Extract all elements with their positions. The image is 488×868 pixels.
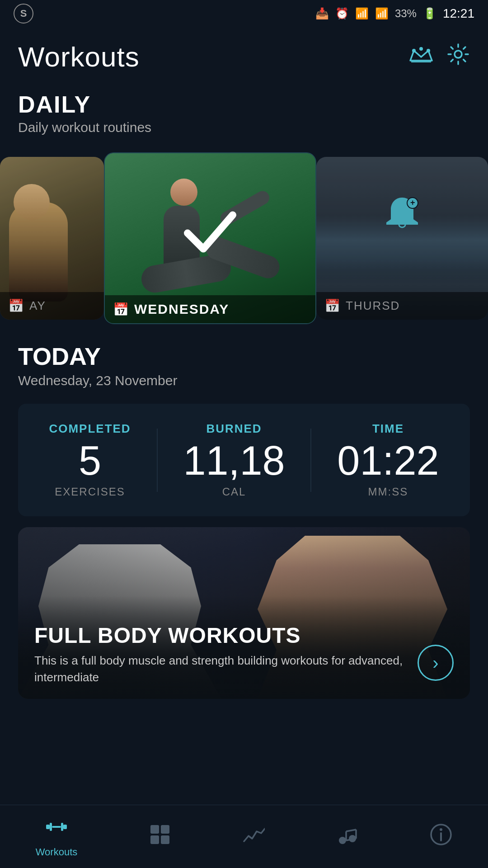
time-value: 01:22	[337, 440, 439, 481]
status-time: 12:21	[443, 6, 474, 21]
gear-icon[interactable]	[446, 42, 470, 71]
status-bar: S 📥 ⏰ 📶 📶 33% 🔋 12:21	[0, 0, 488, 27]
nav-item-info[interactable]	[430, 823, 452, 850]
battery-icon: 🔋	[423, 7, 436, 20]
crown-icon[interactable]	[409, 45, 433, 69]
burned-unit: CAL	[222, 486, 246, 498]
svg-point-1	[419, 47, 423, 51]
daily-label: DAILY	[18, 91, 470, 118]
s-icon: S	[14, 4, 33, 24]
time-unit: MM:SS	[368, 486, 408, 498]
featured-workout-title: FULL BODY WORKOUTS	[34, 624, 425, 648]
wifi-icon: 📶	[355, 7, 369, 20]
carousel-item-left[interactable]: 📅 AY	[0, 157, 104, 320]
nav-item-music[interactable]	[336, 823, 359, 850]
featured-workout-card[interactable]: FULL BODY WORKOUTS This is a full body m…	[18, 527, 470, 699]
nav-label-workouts: Workouts	[36, 846, 78, 858]
completed-value: 5	[79, 440, 101, 481]
carousel-item-right[interactable]: + 📅 THURSD	[316, 157, 488, 320]
svg-rect-13	[150, 835, 159, 844]
svg-rect-14	[161, 835, 169, 844]
svg-rect-12	[161, 825, 169, 834]
card-label-left: 📅 AY	[0, 292, 104, 320]
stat-burned: BURNED 11,18 CAL	[183, 422, 285, 498]
svg-line-20	[346, 830, 356, 831]
nav-item-chart[interactable]	[242, 823, 265, 850]
stat-divider-1	[157, 429, 158, 492]
day-label-left: AY	[29, 299, 46, 313]
svg-rect-10	[63, 825, 67, 829]
chart-icon	[242, 823, 265, 850]
completed-label: COMPLETED	[49, 422, 131, 436]
daily-subtitle: Daily workout routines	[18, 120, 470, 135]
burned-value: 11,18	[183, 440, 285, 481]
svg-point-2	[427, 49, 430, 52]
arrow-right-icon: ›	[432, 653, 438, 673]
featured-workout-arrow[interactable]: ›	[418, 645, 454, 681]
stats-card: COMPLETED 5 EXERCISES BURNED 11,18 CAL T…	[18, 404, 470, 516]
nav-item-workouts[interactable]: Workouts	[36, 816, 78, 858]
time-label: TIME	[372, 422, 404, 436]
calendar-icon-left: 📅	[8, 298, 24, 313]
dumbbell-icon	[45, 816, 68, 843]
page-title: Workouts	[18, 41, 140, 73]
calendar-icon-right: 📅	[324, 298, 340, 313]
svg-rect-6	[46, 825, 50, 829]
clock-icon: ⏰	[335, 7, 349, 20]
music-icon	[336, 823, 359, 850]
stat-divider-2	[310, 429, 311, 492]
stat-completed: COMPLETED 5 EXERCISES	[49, 422, 131, 498]
today-label: TODAY	[18, 342, 470, 370]
card-label-center: 📅 WEDNESDAY	[105, 295, 315, 323]
svg-rect-7	[50, 823, 52, 831]
carousel-item-center[interactable]: 📅 WEDNESDAY	[104, 152, 316, 324]
signal-icon: 📶	[375, 7, 389, 20]
svg-point-15	[339, 837, 346, 844]
svg-rect-11	[150, 825, 159, 834]
info-icon	[430, 823, 452, 850]
completed-unit: EXERCISES	[55, 486, 125, 498]
workout-carousel: 📅 AY 📅	[0, 152, 488, 324]
svg-point-3	[455, 51, 462, 58]
completed-checkmark	[178, 199, 242, 264]
day-label-right: THURSD	[346, 299, 400, 313]
daily-section: DAILY Daily workout routines	[0, 82, 488, 140]
download-icon: 📥	[315, 7, 329, 20]
battery-percentage: 33%	[395, 7, 417, 20]
bottom-navigation: Workouts	[0, 805, 488, 868]
svg-rect-8	[52, 826, 61, 828]
nav-item-grid[interactable]	[149, 823, 171, 850]
status-right: 📥 ⏰ 📶 📶 33% 🔋 12:21	[315, 6, 474, 21]
svg-point-23	[440, 828, 442, 831]
card-label-right: 📅 THURSD	[316, 292, 488, 320]
grid-icon	[149, 823, 171, 850]
header-icons	[409, 42, 470, 71]
stat-time: TIME 01:22 MM:SS	[337, 422, 439, 498]
burned-label: BURNED	[206, 422, 262, 436]
featured-workout-desc: This is a full body muscle and strength …	[34, 652, 425, 685]
day-label-center: WEDNESDAY	[134, 302, 229, 317]
svg-rect-9	[61, 823, 63, 831]
app-icon: S	[14, 0, 33, 27]
svg-point-0	[412, 49, 416, 52]
today-date: Wednesday, 23 November	[18, 373, 470, 388]
featured-workout-content: FULL BODY WORKOUTS This is a full body m…	[34, 624, 425, 685]
today-section: TODAY Wednesday, 23 November	[0, 324, 488, 393]
calendar-icon-center: 📅	[113, 302, 129, 317]
header: Workouts	[0, 27, 488, 82]
svg-text:+: +	[410, 198, 415, 207]
